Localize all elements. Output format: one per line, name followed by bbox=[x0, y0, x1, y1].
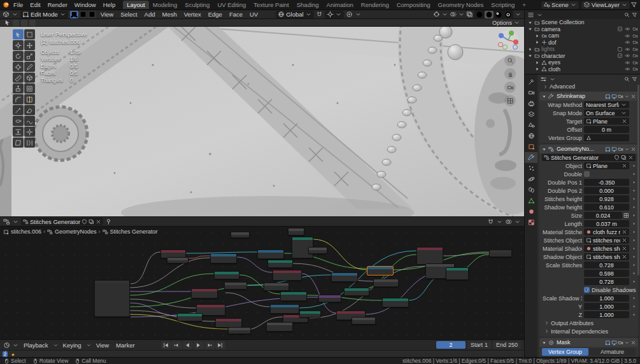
node[interactable] bbox=[273, 270, 302, 281]
properties-scrollbar[interactable] bbox=[637, 85, 639, 276]
play-button[interactable] bbox=[194, 341, 204, 349]
collapse-arrow-icon[interactable] bbox=[534, 39, 540, 45]
geometry-nodes-header[interactable]: GeometryNo... bbox=[539, 144, 638, 153]
animate-decorator-icon[interactable] bbox=[630, 237, 637, 244]
select-mode-extend-button[interactable] bbox=[21, 20, 27, 26]
blender-logo-icon[interactable] bbox=[3, 1, 10, 8]
tool-extrude-region-button[interactable] bbox=[13, 83, 24, 94]
material-shadow-material-field[interactable]: stitches sha... bbox=[584, 245, 629, 252]
unlink-icon[interactable] bbox=[628, 155, 634, 160]
mask-name[interactable]: Mask bbox=[557, 339, 571, 346]
object-object-field[interactable]: Plane bbox=[584, 162, 629, 169]
editor-type-outliner-icon[interactable] bbox=[527, 11, 534, 18]
material-stitches-material-field[interactable]: cloth fuzz red bbox=[584, 228, 629, 235]
expand-arrow-icon[interactable] bbox=[527, 53, 533, 59]
clear-icon[interactable] bbox=[622, 229, 627, 235]
properties-tab-modifiers[interactable] bbox=[525, 152, 537, 163]
wrap-method-dropdown[interactable]: Nearest Surface Point bbox=[584, 101, 629, 108]
menu-help[interactable]: Help bbox=[100, 1, 119, 8]
scale-stitches-2-field[interactable]: 0.728 bbox=[584, 278, 629, 285]
eye-icon[interactable] bbox=[625, 66, 630, 72]
animate-decorator-icon[interactable] bbox=[630, 162, 637, 169]
orientation-dropdown[interactable]: Global bbox=[276, 11, 313, 18]
editor-type-timeline-icon[interactable] bbox=[3, 342, 10, 349]
shading-solid-button[interactable] bbox=[485, 11, 494, 18]
node[interactable] bbox=[331, 272, 358, 282]
node-tree-name[interactable]: Stitches Generator bbox=[30, 218, 80, 225]
node[interactable] bbox=[352, 317, 376, 325]
expand-arrow-icon[interactable] bbox=[541, 340, 547, 346]
collapse-arrow-icon[interactable] bbox=[534, 66, 540, 72]
eye-icon[interactable] bbox=[625, 46, 630, 52]
mask-mode-armature-button[interactable]: Armature bbox=[589, 348, 636, 356]
clear-icon[interactable] bbox=[622, 237, 627, 243]
tool-rip-region-button[interactable] bbox=[24, 137, 35, 148]
viewport-menu-view[interactable]: View bbox=[98, 11, 116, 18]
animate-decorator-icon[interactable] bbox=[630, 204, 637, 211]
animate-decorator-icon[interactable] bbox=[630, 171, 637, 178]
viewport-menu-select[interactable]: Select bbox=[118, 11, 139, 18]
animate-decorator-icon[interactable] bbox=[630, 228, 637, 235]
tool-shrink-fatten-button[interactable] bbox=[24, 127, 35, 137]
animate-decorator-icon[interactable] bbox=[630, 262, 637, 269]
advanced-section[interactable]: Advanced bbox=[537, 83, 640, 90]
viewport-menu-face[interactable]: Face bbox=[227, 11, 245, 18]
current-frame-field[interactable]: 2 bbox=[436, 341, 466, 349]
select-mode-new-button[interactable] bbox=[13, 20, 19, 26]
outliner-row-character[interactable]: character bbox=[525, 53, 640, 60]
jump-to-start-button[interactable] bbox=[161, 341, 171, 349]
node[interactable] bbox=[382, 298, 409, 307]
collapse-arrow-icon[interactable] bbox=[527, 46, 533, 52]
node[interactable] bbox=[210, 253, 237, 263]
tool-loop-cut-button[interactable] bbox=[24, 94, 35, 104]
properties-tab-particles[interactable] bbox=[525, 163, 537, 174]
duplicate-icon[interactable] bbox=[89, 219, 94, 225]
properties-tab-output[interactable] bbox=[525, 98, 537, 109]
node[interactable] bbox=[280, 291, 307, 301]
fake-user-icon[interactable] bbox=[82, 219, 87, 225]
animate-decorator-icon[interactable] bbox=[637, 286, 640, 293]
check-icon[interactable] bbox=[617, 53, 623, 59]
editor-type-properties-icon[interactable] bbox=[540, 76, 547, 83]
navigation-gizmo[interactable] bbox=[497, 29, 519, 52]
node[interactable] bbox=[231, 232, 250, 238]
chev-icon[interactable] bbox=[441, 11, 448, 18]
editor-type-3d-icon[interactable] bbox=[3, 11, 10, 18]
node[interactable] bbox=[214, 271, 239, 279]
pan-button[interactable] bbox=[504, 68, 516, 80]
node[interactable] bbox=[299, 311, 321, 318]
clear-icon[interactable] bbox=[622, 118, 627, 124]
spreadsheet-toggle-icon[interactable] bbox=[623, 213, 629, 218]
collapse-arrow-icon[interactable] bbox=[534, 33, 540, 39]
breadcrumb-item-stitches-generator[interactable]: Stitches Generator bbox=[110, 228, 158, 235]
snap-toggle-icon[interactable] bbox=[316, 11, 323, 18]
node[interactable] bbox=[266, 322, 293, 332]
node-snap-icon[interactable] bbox=[487, 218, 494, 225]
viewport-menu-mesh[interactable]: Mesh bbox=[160, 11, 180, 18]
node[interactable] bbox=[257, 249, 284, 259]
node[interactable] bbox=[228, 327, 251, 334]
display-editmode-icon[interactable] bbox=[605, 146, 611, 152]
render-visibility-icon[interactable] bbox=[632, 46, 638, 52]
animate-decorator-icon[interactable] bbox=[630, 278, 637, 285]
disable-shadows-checkbox[interactable] bbox=[584, 287, 590, 293]
eye-icon[interactable] bbox=[625, 60, 630, 66]
snap-mode-dropdown[interactable]: On Surface bbox=[584, 109, 629, 116]
timeline-strip[interactable]: 2 bbox=[0, 350, 524, 357]
outliner-row-cam[interactable]: cam bbox=[525, 32, 640, 39]
zoom-button[interactable] bbox=[504, 55, 516, 66]
display-realtime-icon[interactable] bbox=[611, 340, 617, 346]
shrinkwrap-name[interactable]: Shrinkwrap bbox=[557, 93, 585, 99]
display-realtime-icon[interactable] bbox=[611, 146, 617, 152]
topbar-filter-icon[interactable] bbox=[630, 1, 637, 8]
workspace-tab-rendering[interactable]: Rendering bbox=[357, 1, 393, 9]
jump-to-end-button[interactable] bbox=[215, 341, 225, 349]
tool-inset-faces-button[interactable] bbox=[24, 83, 35, 94]
edge-select-button[interactable] bbox=[79, 11, 87, 18]
chev-icon[interactable] bbox=[536, 11, 543, 18]
toggle-xray-icon[interactable] bbox=[466, 11, 473, 18]
workspace-tab-scripting[interactable]: Scripting bbox=[487, 1, 518, 9]
node[interactable] bbox=[215, 318, 242, 328]
display-editmode-icon[interactable] bbox=[605, 340, 611, 346]
workspace-tab-modeling[interactable]: Modeling bbox=[149, 1, 181, 9]
